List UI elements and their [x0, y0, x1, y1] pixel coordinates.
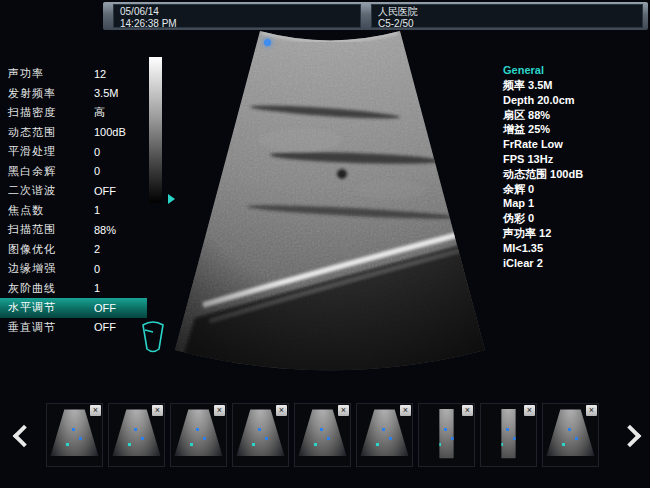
thumbnail-close-button[interactable]: × [90, 405, 101, 416]
param-row[interactable]: 垂直调节 OFF [0, 318, 147, 338]
image-info-panel: General 频率 3.5MDepth 20.0cm扇区 88%增益 25%F… [503, 63, 583, 270]
thumbnail[interactable]: × [108, 403, 165, 467]
thumbnail[interactable]: × [542, 403, 599, 467]
param-label: 平滑处理 [8, 144, 94, 159]
thumbnail-close-button[interactable]: × [462, 405, 473, 416]
caliper-marks-icon [196, 428, 199, 431]
thumbnail-list: × × × × × × × × × [46, 403, 599, 467]
prev-arrow-button[interactable] [10, 424, 34, 448]
param-label: 声功率 [8, 66, 94, 81]
thumbnail-close-button[interactable]: × [524, 405, 535, 416]
caliper-marks-icon [320, 428, 323, 431]
caliper-marks-icon [568, 428, 571, 431]
thumbnail[interactable]: × [480, 403, 537, 467]
param-row[interactable]: 声功率 12 [0, 64, 147, 84]
caliper-marks-icon [444, 428, 447, 431]
param-label: 扫描密度 [8, 105, 94, 120]
info-line: 余辉 0 [503, 182, 583, 197]
param-row[interactable]: 扫描范围 88% [0, 220, 147, 240]
thumbnail-strip: × × × × × × × × × [0, 402, 650, 474]
caliper-marks-icon [72, 428, 75, 431]
date-text: 05/06/14 [120, 6, 354, 18]
param-value: 0 [94, 165, 100, 177]
time-text: 14:26:38 PM [120, 18, 354, 30]
param-label: 灰阶曲线 [8, 281, 94, 296]
info-line: FPS 13Hz [503, 152, 583, 167]
thumbnail[interactable]: × [418, 403, 475, 467]
param-row[interactable]: 平滑处理 0 [0, 142, 147, 162]
hospital-name: 人民医院 [378, 6, 636, 18]
info-line: 频率 3.5M [503, 78, 583, 93]
param-label: 扫描范围 [8, 222, 94, 237]
param-row[interactable]: 扫描密度 高 [0, 103, 147, 123]
param-value: OFF [94, 321, 116, 333]
param-value: 0 [94, 263, 100, 275]
info-line: Map 1 [503, 196, 583, 211]
caliper-marks-icon [382, 428, 385, 431]
body-marker-icon [138, 318, 168, 356]
ultrasound-app: 05/06/14 14:26:38 PM 人民医院 C5-2/50 [0, 0, 650, 488]
param-value: OFF [94, 302, 116, 314]
param-row[interactable]: 发射频率 3.5M [0, 84, 147, 104]
info-line: 伪彩 0 [503, 211, 583, 226]
param-row[interactable]: 黑白余辉 0 [0, 162, 147, 182]
param-label: 图像优化 [8, 242, 94, 257]
param-row[interactable]: 边缘增强 0 [0, 259, 147, 279]
hospital-cell: 人民医院 C5-2/50 [371, 4, 643, 28]
info-line: FrRate Low [503, 137, 583, 152]
param-row[interactable]: 二次谐波 OFF [0, 181, 147, 201]
focus-marker-icon[interactable] [168, 194, 175, 204]
parameter-panel: 声功率 12 发射频率 3.5M 扫描密度 高 动态范围 100dB 平滑处理 … [0, 64, 147, 337]
thumbnail[interactable]: × [294, 403, 351, 467]
info-line: 增益 25% [503, 122, 583, 137]
thumbnail[interactable]: × [356, 403, 413, 467]
thumbnail-close-button[interactable]: × [276, 405, 287, 416]
param-value: 12 [94, 68, 106, 80]
param-label: 边缘增强 [8, 261, 94, 276]
topbar: 05/06/14 14:26:38 PM 人民医院 C5-2/50 [103, 2, 648, 30]
param-label: 二次谐波 [8, 183, 94, 198]
thumbnail[interactable]: × [170, 403, 227, 467]
thumbnail-close-button[interactable]: × [400, 405, 411, 416]
param-value: 2 [94, 243, 100, 255]
param-value: 3.5M [94, 87, 118, 99]
param-row[interactable]: 水平调节 OFF [0, 298, 147, 318]
caliper-marks-icon [134, 428, 137, 431]
thumbnail-close-button[interactable]: × [214, 405, 225, 416]
cursor-dot-icon [264, 39, 271, 46]
info-line: iClear 2 [503, 256, 583, 271]
param-value: 1 [94, 282, 100, 294]
param-label: 焦点数 [8, 203, 94, 218]
datetime-cell: 05/06/14 14:26:38 PM [113, 4, 361, 28]
thumbnail-close-button[interactable]: × [338, 405, 349, 416]
thumbnail[interactable]: × [232, 403, 289, 467]
param-row[interactable]: 灰阶曲线 1 [0, 279, 147, 299]
param-label: 发射频率 [8, 86, 94, 101]
param-value: 1 [94, 204, 100, 216]
info-line: MI<1.35 [503, 241, 583, 256]
info-line: 扇区 88% [503, 108, 583, 123]
next-arrow-button[interactable] [616, 424, 640, 448]
param-row[interactable]: 焦点数 1 [0, 201, 147, 221]
param-row[interactable]: 动态范围 100dB [0, 123, 147, 143]
thumbnail-close-button[interactable]: × [152, 405, 163, 416]
param-label: 动态范围 [8, 125, 94, 140]
info-line: 动态范围 100dB [503, 167, 583, 182]
probe-model: C5-2/50 [378, 18, 636, 30]
preset-title: General [503, 63, 583, 78]
grayscale-bar [149, 57, 162, 203]
param-value: 88% [94, 224, 116, 236]
caliper-marks-icon [258, 428, 261, 431]
param-row[interactable]: 图像优化 2 [0, 240, 147, 260]
param-label: 水平调节 [8, 300, 94, 315]
info-line: 声功率 12 [503, 226, 583, 241]
param-value: 高 [94, 105, 105, 120]
thumbnail[interactable]: × [46, 403, 103, 467]
caliper-marks-icon [506, 428, 509, 431]
param-label: 垂直调节 [8, 320, 94, 335]
info-line: Depth 20.0cm [503, 93, 583, 108]
param-value: 0 [94, 146, 100, 158]
param-value: 100dB [94, 126, 126, 138]
param-value: OFF [94, 185, 116, 197]
thumbnail-close-button[interactable]: × [586, 405, 597, 416]
